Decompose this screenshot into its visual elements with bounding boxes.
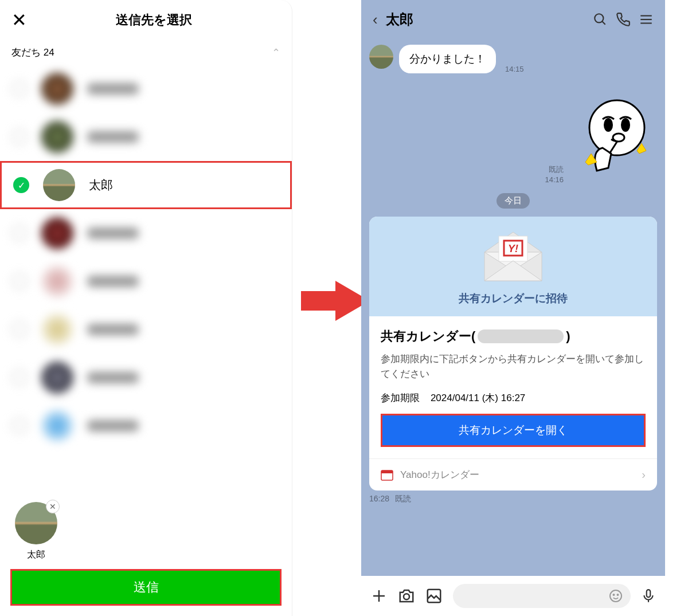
select-recipient-screen: ✕ 送信先を選択 友だち 24 ⌃ ✓ 太郎 bbox=[0, 0, 292, 616]
date-badge: 今日 bbox=[497, 193, 530, 209]
yahoo-calendar-icon bbox=[381, 469, 393, 481]
friend-name bbox=[87, 83, 139, 95]
friend-name bbox=[87, 131, 139, 143]
card-body: 共有カレンダー( ) 参加期限内に下記ボタンから共有カレンダーを開いて参加してく… bbox=[369, 316, 657, 458]
friend-item[interactable] bbox=[0, 305, 292, 354]
radio-unchecked-icon[interactable] bbox=[11, 129, 28, 145]
chat-screen: ‹ 太郎 分かりました！ 14:15 既読 14:16 bbox=[361, 0, 665, 616]
svg-point-24 bbox=[610, 590, 621, 602]
arrow-right-icon bbox=[301, 281, 370, 321]
friends-count: 友だち 24 bbox=[11, 46, 54, 59]
friend-list: ✓ 太郎 bbox=[0, 65, 292, 450]
left-header: ✕ 送信先を選択 bbox=[0, 0, 292, 40]
radio-checked-icon[interactable]: ✓ bbox=[13, 177, 29, 193]
svg-line-2 bbox=[602, 21, 605, 24]
screen-title: 送信先を選択 bbox=[27, 11, 280, 29]
chat-input-bar bbox=[361, 576, 665, 616]
microphone-icon[interactable] bbox=[641, 588, 656, 603]
send-button[interactable]: 送信 bbox=[10, 569, 282, 606]
friend-name bbox=[87, 372, 139, 383]
svg-point-9 bbox=[613, 134, 624, 142]
envelope-icon: Y! bbox=[479, 229, 548, 283]
friend-item-taro[interactable]: ✓ 太郎 bbox=[0, 161, 292, 209]
read-status: 既読 bbox=[395, 494, 411, 504]
friends-section-header[interactable]: 友だち 24 ⌃ bbox=[0, 40, 292, 65]
avatar bbox=[41, 265, 73, 297]
gallery-icon[interactable] bbox=[425, 587, 443, 605]
radio-unchecked-icon[interactable] bbox=[11, 81, 28, 97]
card-meta: 16:28 既読 bbox=[369, 494, 657, 504]
card-deadline: 参加期限 2024/04/11 (木) 16:27 bbox=[381, 391, 646, 405]
avatar bbox=[43, 169, 75, 201]
message-input[interactable] bbox=[453, 584, 631, 608]
card-header: Y! 共有カレンダーに招待 bbox=[369, 217, 657, 316]
chat-title: 太郎 bbox=[386, 10, 585, 29]
close-icon[interactable]: ✕ bbox=[11, 9, 27, 31]
chip-name: 太郎 bbox=[27, 549, 45, 561]
read-status: 既読 bbox=[545, 164, 564, 175]
back-icon[interactable]: ‹ bbox=[373, 11, 378, 29]
phone-icon[interactable] bbox=[616, 12, 631, 27]
outgoing-sticker: 既読 14:16 bbox=[369, 96, 657, 185]
send-button-label: 送信 bbox=[134, 579, 159, 596]
search-icon[interactable] bbox=[593, 12, 608, 27]
menu-icon[interactable] bbox=[639, 12, 654, 27]
radio-unchecked-icon[interactable] bbox=[11, 321, 28, 338]
plus-icon[interactable] bbox=[370, 587, 388, 605]
card-description: 参加期限内に下記ボタンから共有カレンダーを開いて参加してください bbox=[381, 352, 646, 381]
friend-item[interactable] bbox=[0, 402, 292, 450]
sticker-image[interactable] bbox=[568, 96, 657, 185]
remove-chip-icon[interactable]: ✕ bbox=[46, 500, 60, 513]
friend-name bbox=[87, 420, 139, 431]
radio-unchecked-icon[interactable] bbox=[11, 273, 28, 289]
friend-name: 太郎 bbox=[89, 177, 113, 193]
avatar bbox=[41, 410, 73, 442]
friend-name bbox=[87, 276, 139, 287]
calendar-invite-card: Y! 共有カレンダーに招待 共有カレンダー( ) 参加期限内に下記ボタンから共有… bbox=[369, 217, 657, 491]
svg-point-7 bbox=[604, 118, 613, 132]
friend-item[interactable] bbox=[0, 65, 292, 113]
date-divider: 今日 bbox=[369, 193, 657, 209]
chat-header: ‹ 太郎 bbox=[361, 0, 665, 39]
card-footer-text: Yahoo!カレンダー bbox=[400, 468, 635, 481]
svg-point-26 bbox=[617, 594, 619, 595]
emoji-icon[interactable] bbox=[609, 589, 623, 603]
avatar[interactable] bbox=[369, 45, 393, 69]
friend-item[interactable] bbox=[0, 257, 292, 305]
svg-marker-0 bbox=[301, 281, 370, 321]
avatar bbox=[41, 217, 73, 249]
message-time: 14:15 bbox=[505, 65, 524, 73]
left-footer: ✕ 太郎 送信 bbox=[0, 494, 292, 616]
chevron-up-icon: ⌃ bbox=[272, 46, 280, 59]
open-calendar-button[interactable]: 共有カレンダーを開く bbox=[381, 414, 646, 447]
avatar bbox=[41, 121, 73, 153]
friend-name bbox=[87, 324, 139, 335]
svg-text:Y!: Y! bbox=[508, 243, 518, 254]
svg-rect-27 bbox=[647, 590, 651, 597]
avatar bbox=[41, 73, 73, 105]
avatar bbox=[41, 362, 73, 394]
radio-unchecked-icon[interactable] bbox=[11, 370, 28, 386]
svg-point-8 bbox=[621, 118, 630, 132]
message-bubble[interactable]: 分かりました！ bbox=[399, 45, 496, 73]
chat-body[interactable]: 分かりました！ 14:15 既読 14:16 bbox=[361, 39, 665, 572]
svg-point-25 bbox=[613, 594, 615, 595]
friend-item[interactable] bbox=[0, 113, 292, 161]
message-time: 14:16 bbox=[545, 175, 564, 185]
friend-item[interactable] bbox=[0, 354, 292, 402]
friend-name bbox=[87, 227, 139, 239]
friend-item[interactable] bbox=[0, 209, 292, 257]
svg-point-6 bbox=[589, 100, 644, 155]
camera-icon[interactable] bbox=[398, 587, 415, 605]
incoming-message: 分かりました！ 14:15 bbox=[369, 45, 657, 73]
redacted-name bbox=[478, 329, 564, 343]
avatar bbox=[41, 313, 73, 346]
selected-recipient-chip: ✕ 太郎 bbox=[10, 502, 62, 561]
radio-unchecked-icon[interactable] bbox=[11, 418, 28, 434]
card-footer-link[interactable]: Yahoo!カレンダー › bbox=[369, 458, 657, 491]
message-time: 16:28 bbox=[369, 494, 389, 504]
radio-unchecked-icon[interactable] bbox=[11, 225, 28, 241]
open-button-label: 共有カレンダーを開く bbox=[459, 423, 568, 438]
svg-rect-19 bbox=[381, 470, 393, 473]
card-header-title: 共有カレンダーに招待 bbox=[459, 291, 568, 306]
